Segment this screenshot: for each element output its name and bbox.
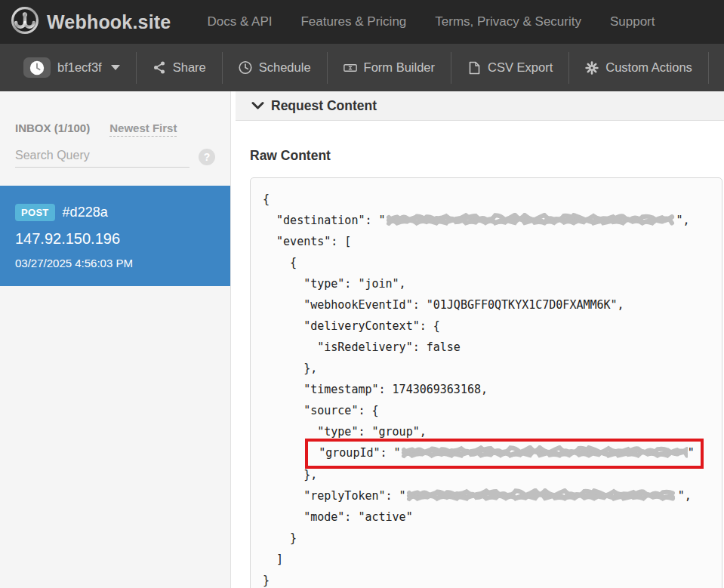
nav-link-0[interactable]: Docs & API (207, 14, 272, 29)
code-line: "isRedelivery": false (263, 337, 711, 358)
file-icon (467, 61, 481, 75)
nav-link-2[interactable]: Terms, Privacy & Security (435, 14, 581, 29)
gear-icon (585, 61, 599, 75)
main-content: Request Content Raw Content { "destinati… (232, 91, 724, 588)
toolbar-item-label: Custom Actions (605, 60, 692, 75)
code-line: { (263, 189, 711, 210)
redaction-highlight-box: "groupId": "" (305, 439, 703, 469)
toolbar-item-label: Share (173, 60, 206, 75)
collapse-chevron-icon (251, 101, 264, 110)
toolbar-item-label: CSV Export (488, 60, 553, 75)
toolbar-item-label: Schedule (259, 60, 311, 75)
raw-content-code[interactable]: { "destination": "", "events": [ { "type… (250, 177, 722, 588)
re-button[interactable]: Re (708, 52, 724, 84)
code-line: "destination": "", (263, 210, 711, 231)
csv-export-button[interactable]: CSV Export (451, 52, 568, 84)
method-badge: POST (15, 204, 55, 221)
code-line: } (263, 528, 711, 549)
raw-content-title: Raw Content (250, 148, 724, 164)
code-line: "webhookEventId": "01JQBGFF0QTKYX1C7D0FX… (263, 294, 711, 316)
code-line: "type": "join", (263, 273, 711, 294)
toolbar: bf1ecf3f ShareScheduleForm BuilderCSV Ex… (0, 44, 724, 91)
nav-link-1[interactable]: Features & Pricing (300, 14, 406, 29)
toolbar-item-label: Form Builder (364, 60, 435, 75)
form-builder-button[interactable]: Form Builder (327, 52, 451, 84)
webhook-logo-icon (11, 6, 39, 38)
request-ip: 147.92.150.196 (15, 230, 215, 248)
code-line: "replyToken": "", (263, 485, 711, 506)
sidebar: INBOX (1/100) Newest First ? POST #d228a… (0, 91, 231, 588)
chevron-down-icon (111, 65, 120, 70)
brand[interactable]: Webhook.site (11, 6, 171, 38)
redaction-scribble (386, 213, 676, 228)
brand-name[interactable]: Webhook.site (47, 11, 171, 33)
search-input[interactable] (15, 146, 189, 168)
top-navbar: Webhook.site Docs & APIFeatures & Pricin… (0, 0, 724, 44)
nav-link-3[interactable]: Support (610, 14, 655, 29)
code-line: ] (263, 549, 711, 570)
request-content-section-header[interactable]: Request Content (236, 91, 724, 121)
code-line: "timestamp": 1743069363168, (263, 379, 711, 400)
code-line: "groupId": "" (263, 442, 711, 464)
request-id: #d228a (63, 205, 108, 220)
token-avatar (23, 57, 51, 78)
redaction-scribble (406, 488, 678, 503)
request-timestamp: 03/27/2025 4:56:03 PM (15, 257, 215, 269)
share-icon (153, 61, 166, 75)
token-dropdown[interactable]: bf1ecf3f (8, 52, 136, 84)
code-line: { (263, 252, 711, 273)
code-line: "mode": "active" (263, 506, 711, 528)
code-line: "source": { (263, 400, 711, 421)
sort-toggle[interactable]: Newest First (109, 122, 177, 137)
nav-links: Docs & APIFeatures & PricingTerms, Priva… (207, 14, 655, 29)
code-line: } (263, 570, 711, 588)
section-title: Request Content (271, 98, 377, 114)
help-icon[interactable]: ? (199, 149, 215, 165)
inbox-count-label: INBOX (1/100) (15, 122, 90, 134)
clock-avatar-icon (29, 60, 45, 75)
request-list-item[interactable]: POST #d228a 147.92.150.196 03/27/2025 4:… (0, 186, 230, 286)
custom-actions-button[interactable]: Custom Actions (568, 52, 708, 84)
code-line: "events": [ (263, 231, 711, 252)
form-builder-icon (344, 61, 357, 75)
code-line: "deliveryContext": { (263, 316, 711, 337)
schedule-button[interactable]: Schedule (222, 52, 327, 84)
clock-icon (239, 61, 252, 75)
code-line: }, (263, 358, 711, 379)
redaction-scribble (401, 445, 688, 460)
share-button[interactable]: Share (136, 52, 222, 84)
token-name: bf1ecf3f (57, 60, 102, 75)
